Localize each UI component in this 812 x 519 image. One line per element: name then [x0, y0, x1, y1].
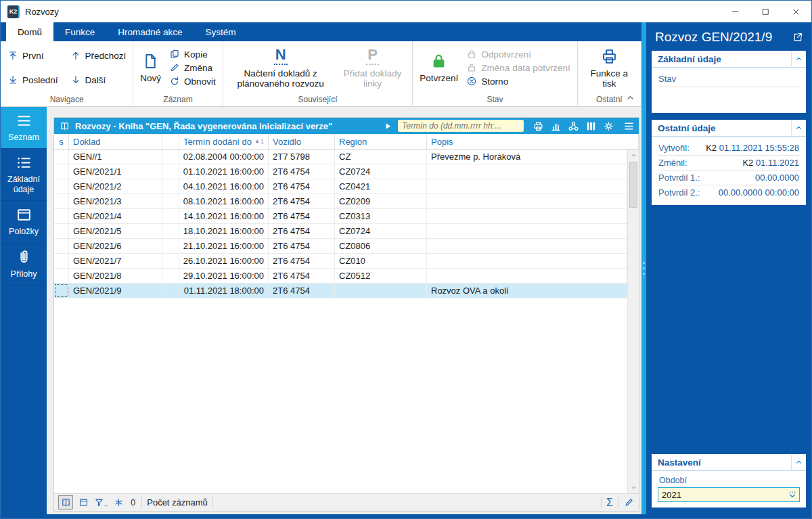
table-row[interactable]: GEN/2021/829.10.2021 16:00:002T6 4754CZ0… — [54, 269, 627, 284]
pencil-icon — [624, 497, 634, 507]
cell-termin-dodani-do: 08.10.2021 16:00:00 — [179, 194, 269, 208]
external-link-icon[interactable] — [792, 32, 803, 43]
sidebar-item-prilohy[interactable]: Přílohy — [1, 244, 47, 286]
section-header-zakladni-udaje[interactable]: Základní údaje — [652, 51, 806, 68]
column-header-label: Vozidlo — [273, 137, 301, 147]
column-header-doklad[interactable]: Doklad — [69, 134, 162, 149]
ribbon-button-novy[interactable]: Nový — [140, 51, 161, 83]
column-header-s[interactable]: s — [54, 134, 69, 149]
cell-region: CZ0724 — [335, 224, 427, 238]
dropdown-icon[interactable] — [787, 489, 798, 500]
sidebar-item-seznam[interactable]: Seznam — [1, 107, 47, 149]
collapse-section-icon[interactable] — [795, 458, 803, 466]
table-row[interactable]: GEN/2021/621.10.2021 16:00:002T6 4754CZ0… — [54, 239, 627, 254]
panel-splitter[interactable] — [641, 22, 646, 514]
ribbon-button-nacteni-dokladu-z-planovaneho-rozvozu[interactable]: NNačtení dokladů z plánovaného rozvozu — [230, 47, 332, 89]
minimize-button[interactable] — [720, 1, 750, 22]
table-row[interactable]: GEN//102.08.2004 00:00:002T7 5798CZPřeve… — [54, 150, 627, 164]
refresh-icon — [169, 76, 180, 87]
column-header-blank[interactable] — [162, 134, 179, 149]
cell-termin-dodani-do: 14.10.2021 16:00:00 — [179, 209, 269, 223]
sum-button[interactable]: Σ — [606, 497, 613, 508]
section-header-nastaveni[interactable]: Nastavení — [652, 454, 806, 471]
cell-vozidlo: 2T7 5798 — [269, 150, 335, 164]
edit-button[interactable] — [623, 497, 635, 508]
vertical-scrollbar[interactable] — [627, 150, 639, 493]
ribbon-button-dalsi[interactable]: Další — [70, 74, 127, 85]
scroll-up-button[interactable] — [628, 150, 639, 161]
cell-doklad: GEN/2021/7 — [69, 254, 162, 268]
cell-s — [54, 269, 69, 283]
cell-popis — [427, 164, 627, 179]
ribbon: PrvníPosledníPředchozíDalšíNavigaceNovýK… — [1, 41, 641, 107]
ribbon-button-kopie[interactable]: Kopie — [169, 49, 208, 60]
filter-button[interactable] — [94, 497, 108, 508]
close-button[interactable] — [781, 1, 811, 22]
records-count-label: Počet záznamů — [147, 497, 208, 507]
play-filter-icon[interactable] — [384, 122, 392, 130]
ribbon-button-label: Změna data potvrzení — [481, 63, 570, 73]
table-row[interactable]: GEN/2021/308.10.2021 16:00:002T6 4754CZ0… — [54, 194, 627, 209]
table-row[interactable]: GEN/2021/518.10.2021 16:00:002T6 4754CZ0… — [54, 224, 627, 239]
ribbon-button-zmena-data-potvrzeni: Změna data potvrzení — [466, 62, 570, 73]
ribbon-button-obnovit[interactable]: Obnovit — [169, 76, 216, 87]
collapse-section-icon[interactable] — [795, 124, 803, 132]
ribbon-button-potvrzeni[interactable]: Potvrzení — [420, 51, 458, 83]
pencil-icon — [169, 62, 180, 73]
book-view-button[interactable] — [58, 495, 73, 510]
ostatni-rows: Vytvořil:K2 01.11.2021 15:55:28Změnil:K2… — [652, 137, 806, 205]
column-header-region[interactable]: Region — [335, 134, 427, 149]
browser-titlebar: Rozvozy - Kniha "GEN, Řada vygenerována … — [54, 118, 639, 134]
table-row[interactable]: GEN/2021/204.10.2021 16:00:002T6 4754CZ0… — [54, 179, 627, 194]
cell-blank — [162, 150, 179, 164]
maximize-button[interactable] — [750, 1, 781, 22]
toolbar-relations-icon[interactable] — [568, 120, 579, 132]
cell-vozidlo: 2T6 4754 — [269, 194, 335, 208]
toolbar-bar-chart-icon[interactable] — [550, 120, 562, 132]
cell-s — [54, 209, 69, 223]
ribbon-button-predchozi[interactable]: Předchozí — [70, 50, 127, 61]
scrollbar-thumb[interactable] — [629, 162, 637, 208]
table-row[interactable]: GEN/2021/101.10.2021 16:00:002T6 4754CZ0… — [54, 164, 627, 179]
table-row[interactable]: GEN/2021/726.10.2021 16:00:002T6 4754CZ0… — [54, 254, 627, 269]
freeze-button[interactable] — [113, 497, 125, 508]
maximize-icon — [761, 7, 770, 16]
obdobi-input[interactable] — [658, 487, 800, 502]
arrow-down-bar-icon — [7, 74, 18, 85]
collapse-section-icon[interactable] — [795, 55, 803, 63]
section-header-ostatni-udaje[interactable]: Ostatní údaje — [652, 120, 806, 137]
column-header-termin-dodani-do[interactable]: Termín dodání do▲1 — [179, 134, 269, 149]
column-header-vozidlo[interactable]: Vozidlo — [269, 134, 335, 149]
ribbon-button-label: Potvrzení — [420, 73, 458, 83]
ribbon-group-label: Navigace — [1, 94, 133, 106]
ribbon-button-prvni[interactable]: První — [7, 50, 58, 61]
section-title: Ostatní údaje — [658, 123, 791, 133]
sidebar-item-zakladni-udaje[interactable]: Základní údaje — [1, 149, 47, 201]
ribbon-button-funkce-a-tisk[interactable]: Funkce a tisk — [585, 47, 634, 89]
tab-hromadne-akce[interactable]: Hromadné akce — [106, 22, 194, 41]
card-view-button[interactable] — [78, 497, 89, 508]
tab-funkce[interactable]: Funkce — [53, 22, 106, 41]
search-input[interactable] — [398, 120, 524, 132]
ribbon-button-zmena[interactable]: Změna — [169, 62, 212, 73]
toolbar-menu-icon[interactable] — [623, 120, 635, 132]
toolbar-printer-icon[interactable] — [533, 120, 544, 132]
letter-p-icon: P — [363, 47, 382, 66]
toolbar-columns-icon[interactable] — [585, 120, 597, 132]
table-row[interactable]: GEN/2021/414.10.2021 16:00:002T6 4754CZ0… — [54, 209, 627, 224]
sidebar-item-polozky[interactable]: Položky — [1, 201, 47, 243]
tab-system[interactable]: Systém — [194, 22, 248, 41]
column-header-popis[interactable]: Popis — [427, 134, 639, 149]
tab-domu[interactable]: Domů — [6, 22, 53, 41]
toolbar-gear-icon[interactable] — [603, 120, 614, 132]
collapse-ribbon-button[interactable] — [626, 93, 635, 102]
scroll-down-button[interactable] — [628, 482, 639, 493]
arrow-up-icon — [70, 50, 81, 61]
cell-region: CZ0421 — [335, 179, 427, 194]
table-row[interactable]: GEN/2021/901.11.2021 18:00:002T6 4754Roz… — [54, 284, 627, 298]
detail-field-potvrdil-1: Potvrdil 1.:00.00.0000 — [658, 171, 800, 185]
cell-popis — [427, 209, 627, 223]
ribbon-button-posledni[interactable]: Poslední — [7, 74, 58, 85]
ribbon-button-storno[interactable]: Storno — [466, 76, 508, 87]
ribbon-button-label: Předchozí — [85, 51, 127, 61]
